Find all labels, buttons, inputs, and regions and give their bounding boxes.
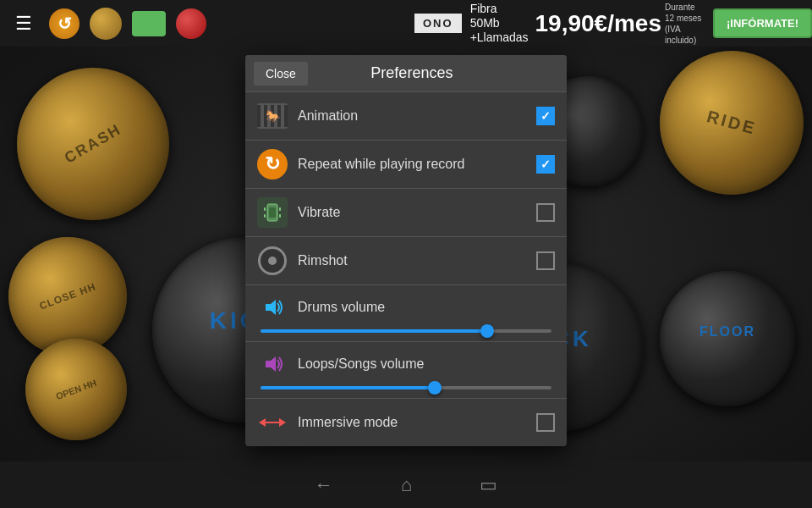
repeat-label: Repeat while playing record [298,157,536,172]
ad-price: 19,90€/mes [535,10,661,37]
repeat-row[interactable]: ↻ Repeat while playing record [245,141,567,189]
repeat-icon: ↻ [257,149,288,179]
loops-volume-icon [257,349,288,379]
animation-icon: 🐎 [257,101,288,131]
ad-cta-button[interactable]: ¡INFÓRMATE! [713,8,812,38]
bottom-navigation: ← ⌂ ▭ [0,461,812,508]
svg-marker-9 [259,418,266,427]
drums-volume-label: Drums volume [298,300,555,315]
animation-label: Animation [298,108,536,124]
svg-rect-2 [264,207,266,211]
close-button[interactable]: Close [254,62,308,86]
loops-volume-track[interactable] [261,386,551,389]
ad-logo: ONO [414,14,462,33]
preferences-overlay: Close Preferences 🐎 Animation ↻ Repeat w… [0,47,812,461]
sync-icon[interactable]: ↺ [49,8,80,39]
drums-volume-icon [257,292,288,323]
back-button[interactable]: ← [315,474,333,496]
svg-marker-7 [266,356,276,372]
drums-volume-fill [261,329,487,333]
rimshot-checkbox[interactable] [536,251,555,270]
recent-button[interactable]: ▭ [480,474,497,496]
loops-volume-label: Loops/Songs volume [298,356,555,372]
svg-rect-5 [279,214,281,218]
immersive-label: Immersive mode [298,415,536,430]
immersive-icon [257,407,288,438]
green-button[interactable] [132,11,166,36]
immersive-row[interactable]: Immersive mode [245,399,567,446]
ad-text: Fibra 50Mb +Llamadas [470,2,529,44]
loops-volume-fill [261,386,435,389]
svg-marker-6 [266,300,276,315]
rimshot-icon [257,246,288,276]
drums-volume-thumb[interactable] [480,324,494,338]
preferences-dialog: Close Preferences 🐎 Animation ↻ Repeat w… [245,55,567,446]
loops-volume-row: Loops/Songs volume [245,342,567,399]
toolbar: ☰ ↺ ONO Fibra 50Mb +Llamadas 19,90€/mes … [0,0,812,47]
svg-rect-3 [279,207,281,211]
vibrate-row[interactable]: Vibrate [245,189,567,237]
animation-checkbox[interactable] [536,107,555,125]
repeat-checkbox[interactable] [536,155,555,174]
loops-volume-thumb[interactable] [428,381,442,395]
vibrate-icon [257,197,288,228]
ad-banner: ONO Fibra 50Mb +Llamadas 19,90€/mes Dura… [406,0,812,47]
rimshot-row[interactable]: Rimshot [245,237,567,285]
svg-rect-1 [269,207,276,218]
immersive-checkbox[interactable] [536,413,555,432]
metronome-icon[interactable] [90,8,122,40]
svg-rect-4 [264,214,266,218]
home-button[interactable]: ⌂ [401,474,412,496]
record-button[interactable] [176,8,206,39]
preferences-header: Close Preferences [245,55,567,92]
rimshot-label: Rimshot [298,253,536,268]
animation-row[interactable]: 🐎 Animation [245,92,567,141]
vibrate-label: Vibrate [298,205,536,220]
drums-volume-track[interactable] [261,329,551,333]
drums-volume-row: Drums volume [245,285,567,342]
vibrate-checkbox[interactable] [536,203,555,222]
ad-footnote: Durante 12 meses (IVA incluido) [665,2,705,46]
svg-marker-10 [279,418,286,427]
preferences-title: Preferences [316,64,508,82]
menu-icon[interactable]: ☰ [8,8,39,39]
